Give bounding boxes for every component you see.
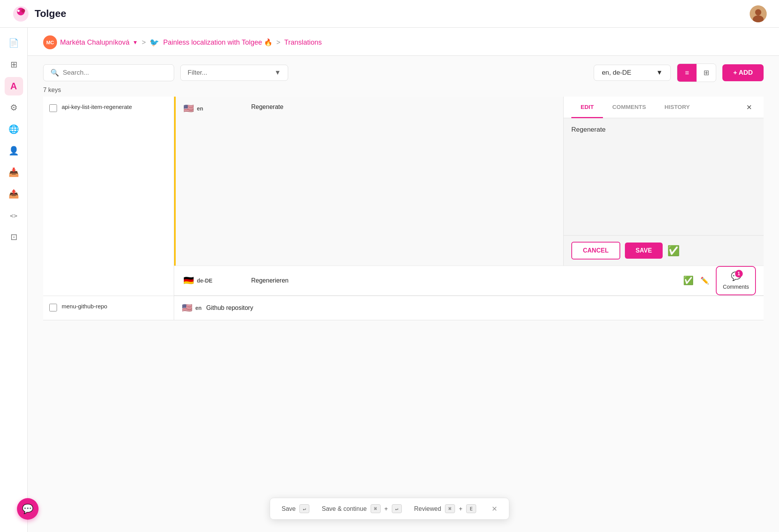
docs-icon: 📄: [8, 38, 19, 48]
bottom-bar-close-button[interactable]: ✕: [492, 505, 497, 513]
de-check-icon[interactable]: ✅: [683, 276, 693, 286]
de-translation-text-cell: Regenerieren: [245, 270, 683, 291]
en-lang-code: en: [197, 105, 203, 112]
breadcrumb-page[interactable]: Translations: [284, 38, 322, 47]
export-icon: 📤: [8, 189, 19, 199]
svg-point-2: [17, 10, 20, 12]
en-translation-text-cell: Regenerate: [245, 97, 563, 117]
save-continue-label: Save & continue: [322, 505, 367, 512]
github-row-inner: menu-github-repo 🇺🇸 en Github repository: [43, 296, 764, 320]
search-icon: 🔍: [50, 69, 59, 77]
table-row: menu-github-repo 🇺🇸 en Github repository: [43, 296, 764, 320]
tab-comments[interactable]: COMMENTS: [603, 97, 655, 118]
sidebar-item-import[interactable]: 📥: [5, 163, 23, 182]
github-en-lang-code: en: [195, 305, 201, 311]
de-flag: 🇩🇪: [183, 276, 194, 286]
tab-edit[interactable]: EDIT: [571, 97, 603, 118]
save-kbd: ↵: [299, 504, 309, 513]
github-en-text: Github repository: [206, 304, 253, 311]
chat-icon: 💬: [22, 504, 34, 514]
de-translation-row: 🇩🇪 de-DE Regenerieren: [174, 266, 764, 296]
dashboard-icon: ⊞: [10, 60, 17, 70]
edit-panel: EDIT COMMENTS HISTORY: [563, 97, 764, 266]
avatar-image: [750, 5, 767, 22]
sidebar-item-export[interactable]: 📤: [5, 185, 23, 203]
github-row-checkbox[interactable]: [49, 304, 57, 311]
person-icon: 👤: [8, 146, 19, 156]
dropdown-icon[interactable]: ▼: [133, 39, 138, 45]
tolgee-logo-icon: [12, 5, 29, 22]
pencil-icon: ✏️: [700, 276, 709, 285]
en-translation-row: 🇺🇸 en Regenerate: [174, 97, 764, 266]
add-button[interactable]: + ADD: [722, 64, 764, 81]
de-edit-button[interactable]: ✏️: [697, 273, 712, 288]
expanded-row-inner: api-key-list-item-regenerate: [43, 97, 764, 296]
user-initials-badge: MC: [43, 35, 57, 49]
filter-label: Filter...: [188, 69, 207, 77]
key-side: api-key-list-item-regenerate: [43, 97, 174, 296]
grid-view-button[interactable]: ⊞: [697, 64, 716, 82]
save-continue-kbd-enter: ↵: [392, 504, 402, 513]
breadcrumb: MC Markéta Chalupníková ▼ > 🐦 Painless l…: [28, 28, 779, 56]
filter-box[interactable]: Filter... ▼: [180, 65, 288, 81]
key-name: api-key-list-item-regenerate: [62, 104, 132, 110]
plus-sep2: +: [459, 505, 462, 512]
row-checkbox[interactable]: [49, 104, 57, 112]
sidebar-item-languages[interactable]: 🌐: [5, 120, 23, 139]
save-continue-shortcut: Save & continue ⌘ + ↵: [322, 504, 402, 513]
sidebar-item-integrations[interactable]: ⊡: [5, 228, 23, 246]
comment-label: Comments: [723, 284, 749, 290]
reviewed-label: Reviewed: [414, 505, 441, 512]
sidebar-item-docs[interactable]: 📄: [5, 34, 23, 52]
breadcrumb-sep-1: >: [142, 38, 146, 47]
grid-icon: ⊞: [703, 69, 709, 77]
en-lang-cell: 🇺🇸 en: [176, 97, 245, 120]
list-icon: ≡: [685, 69, 689, 77]
reviewed-shortcut: Reviewed ⌘ + E: [414, 504, 476, 513]
en-translation-text: Regenerate: [251, 104, 284, 110]
app-name: Tolgee: [35, 8, 66, 20]
sidebar-item-dashboard[interactable]: ⊞: [5, 55, 23, 74]
translation-textarea[interactable]: Regenerate: [571, 126, 756, 226]
yellow-border-indicator: [174, 97, 176, 266]
svg-point-5: [755, 9, 761, 15]
topbar: Tolgee: [0, 0, 779, 28]
breadcrumb-project[interactable]: Painless localization with Tolgee 🔥: [163, 38, 272, 47]
edit-actions: CANCEL SAVE ✅: [564, 235, 764, 266]
language-dropdown-icon: ▼: [656, 69, 663, 77]
main-layout: 📄 ⊞ A ⚙ 🌐 👤 📥 📤 <> ⊡: [0, 28, 779, 532]
save-button[interactable]: SAVE: [625, 243, 663, 259]
svg-point-3: [21, 9, 25, 13]
sidebar-item-members[interactable]: 👤: [5, 142, 23, 160]
search-box[interactable]: 🔍: [43, 64, 174, 81]
user-avatar[interactable]: [750, 5, 767, 22]
keys-count: 7 keys: [28, 87, 779, 97]
sidebar-item-translations[interactable]: A: [5, 77, 23, 95]
language-selector[interactable]: en, de-DE ▼: [594, 65, 671, 81]
chat-button[interactable]: 💬: [17, 498, 39, 520]
translations-table: api-key-list-item-regenerate: [43, 97, 764, 320]
edit-close-button[interactable]: ✕: [742, 100, 756, 114]
save-continue-kbd-cmd: ⌘: [371, 504, 381, 513]
plus-sep: +: [384, 505, 388, 512]
tab-history[interactable]: HISTORY: [655, 97, 699, 118]
bottom-bar: Save ↵ Save & continue ⌘ + ↵ Reviewed ⌘ …: [270, 498, 509, 520]
check-circle-icon[interactable]: ✅: [667, 245, 680, 257]
sidebar-item-developer[interactable]: <>: [5, 206, 23, 225]
save-shortcut: Save ↵: [282, 504, 309, 513]
list-view-button[interactable]: ≡: [677, 64, 697, 82]
translations-icon: A: [10, 81, 17, 92]
main-content: MC Markéta Chalupníková ▼ > 🐦 Painless l…: [28, 28, 779, 532]
search-input[interactable]: [63, 69, 167, 77]
cancel-button[interactable]: CANCEL: [571, 242, 620, 259]
github-key-name: menu-github-repo: [62, 303, 107, 309]
de-lang-code: de-DE: [197, 278, 212, 284]
integrations-icon: ⊡: [10, 232, 17, 242]
comment-tooltip-box[interactable]: 💬 1 Comments: [716, 266, 756, 295]
github-translations-side: 🇺🇸 en Github repository: [174, 296, 764, 320]
breadcrumb-username[interactable]: Markéta Chalupníková: [60, 38, 129, 47]
sidebar-item-settings[interactable]: ⚙: [5, 99, 23, 117]
edit-textarea-area: Regenerate: [564, 118, 764, 235]
import-icon: 📥: [8, 167, 19, 177]
github-key-side: menu-github-repo: [43, 296, 174, 320]
